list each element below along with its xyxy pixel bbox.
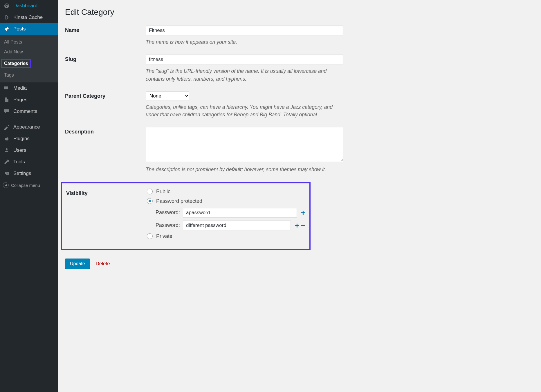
collapse-icon: ◄ [3, 182, 9, 188]
password-row-1: Password: + [156, 208, 305, 218]
row-description: Description The description is not promi… [65, 127, 534, 173]
admin-sidebar: Dashboard Kinsta Cache Posts All Posts A… [0, 0, 58, 392]
settings-icon [3, 171, 10, 176]
menu-users[interactable]: Users [0, 144, 58, 156]
pin-icon [3, 26, 10, 32]
desc-name: The name is how it appears on your site. [146, 38, 343, 46]
password-label-1: Password: [156, 209, 180, 216]
desc-description: The description is not prominent by defa… [146, 166, 343, 173]
pages-icon [3, 97, 10, 103]
label-name: Name [65, 26, 146, 46]
menu-label: Kinsta Cache [13, 15, 43, 20]
radio-private-label: Private [156, 233, 172, 239]
menu-label: Settings [13, 171, 31, 176]
menu-settings[interactable]: Settings [0, 168, 58, 179]
plugins-icon [3, 136, 10, 142]
row-name: Name The name is how it appears on your … [65, 26, 534, 46]
menu-label: Comments [13, 109, 37, 114]
label-parent: Parent Category [65, 91, 146, 119]
main-content: Edit Category Name The name is how it ap… [58, 0, 541, 392]
select-parent[interactable]: None [146, 91, 189, 100]
add-password-icon[interactable]: + [295, 222, 299, 229]
menu-tools[interactable]: Tools [0, 156, 58, 168]
menu-label: Posts [13, 26, 26, 32]
menu-plugins[interactable]: Plugins [0, 133, 58, 144]
tools-icon [3, 159, 10, 165]
menu-label: Dashboard [13, 3, 37, 9]
row-slug: Slug The "slug" is the URL-friendly vers… [65, 55, 534, 83]
menu-comments[interactable]: Comments [0, 106, 58, 117]
add-password-icon[interactable]: + [301, 209, 305, 216]
submenu-add-new[interactable]: Add New [0, 47, 58, 57]
visibility-box: Visibility Public Password protected Pas… [61, 182, 311, 250]
radio-private[interactable] [147, 233, 153, 239]
password-label-2: Password: [156, 222, 180, 228]
textarea-description[interactable] [146, 127, 343, 162]
label-visibility: Visibility [66, 189, 147, 243]
menu-media[interactable]: Media [0, 82, 58, 94]
media-icon [3, 85, 10, 91]
label-slug: Slug [65, 55, 146, 83]
submenu-tags[interactable]: Tags [0, 70, 58, 80]
radio-protected[interactable] [147, 198, 153, 204]
appearance-icon [3, 124, 10, 130]
menu-dashboard[interactable]: Dashboard [0, 0, 58, 12]
remove-password-icon[interactable]: − [301, 222, 305, 229]
visibility-public[interactable]: Public [147, 189, 305, 195]
menu-posts[interactable]: Posts [0, 23, 58, 35]
collapse-label: Collapse menu [11, 183, 40, 188]
action-row: Update Delete [65, 259, 534, 269]
password-row-2: Password: + − [156, 221, 305, 230]
users-icon [3, 147, 10, 153]
input-name[interactable] [146, 26, 343, 35]
collapse-menu[interactable]: ◄ Collapse menu [0, 179, 58, 191]
menu-pages[interactable]: Pages [0, 94, 58, 106]
desc-slug: The "slug" is the URL-friendly version o… [146, 67, 343, 83]
update-button[interactable]: Update [65, 259, 90, 269]
label-description: Description [65, 127, 146, 173]
password-input-2[interactable] [183, 221, 291, 230]
password-input-1[interactable] [183, 208, 297, 218]
posts-submenu: All Posts Add New Categories Tags [0, 35, 58, 82]
submenu-categories[interactable]: Categories [0, 57, 58, 70]
menu-label: Users [13, 147, 26, 153]
kinsta-icon [3, 15, 10, 20]
dashboard-icon [3, 3, 10, 9]
input-slug[interactable] [146, 55, 343, 64]
comments-icon [3, 109, 10, 114]
page-title: Edit Category [65, 8, 534, 17]
radio-public[interactable] [147, 189, 153, 194]
menu-kinsta[interactable]: Kinsta Cache [0, 12, 58, 23]
delete-link[interactable]: Delete [96, 261, 110, 267]
visibility-protected[interactable]: Password protected [147, 198, 305, 204]
menu-label: Tools [13, 159, 25, 165]
visibility-private[interactable]: Private [147, 233, 305, 239]
row-parent: Parent Category None Categories, unlike … [65, 91, 534, 119]
submenu-all-posts[interactable]: All Posts [0, 37, 58, 47]
desc-parent: Categories, unlike tags, can have a hier… [146, 103, 343, 119]
menu-label: Appearance [13, 124, 40, 130]
submenu-categories-label: Categories [1, 59, 31, 68]
menu-label: Plugins [13, 136, 30, 142]
menu-label: Pages [13, 97, 27, 103]
menu-label: Media [13, 85, 27, 91]
menu-appearance[interactable]: Appearance [0, 121, 58, 133]
radio-public-label: Public [156, 189, 170, 195]
radio-protected-label: Password protected [156, 198, 202, 204]
